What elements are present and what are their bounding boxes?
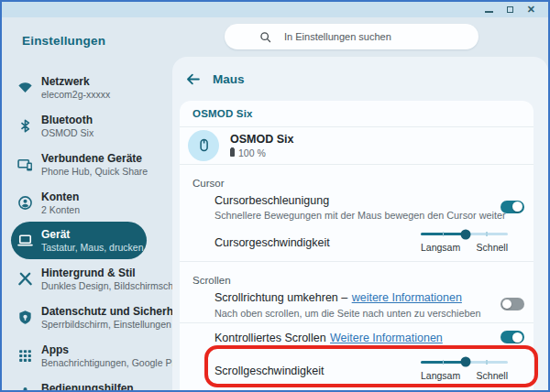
controlled-scrolling-learn-more-link[interactable]: Weitere Informationen — [330, 332, 443, 344]
cursor-speed-label: Cursorgeschwindigkeit — [214, 236, 412, 249]
sidebar-item-apps[interactable]: Apps Benachrichtigungen, Google Play — [2, 336, 147, 375]
sidebar-item-hintergrund-stil[interactable]: Hintergrund & Stil Dunkles Design, Bilds… — [2, 259, 147, 298]
cursor-acceleration-toggle[interactable] — [500, 201, 524, 213]
toggle-knob — [512, 332, 522, 343]
controlled-scrolling-toggle[interactable] — [500, 331, 524, 343]
close-icon[interactable]: ✕ — [527, 6, 535, 13]
account-icon — [17, 195, 33, 211]
sidebar-item-sublabel: elecom2g-xxxxx — [41, 89, 110, 100]
laptop-icon — [17, 233, 33, 248]
battery-level: 100 % — [238, 147, 266, 158]
sidebar-item-netzwerk[interactable]: Netzwerk elecom2g-xxxxx — [2, 68, 147, 106]
cursor-acceleration-title: Cursorbeschleunigung — [214, 194, 491, 207]
devices-icon — [17, 157, 33, 172]
sidebar-item-verbundene-geraete[interactable]: Verbundene Geräte Phone Hub, Quick Share — [2, 145, 147, 183]
slider-max-label: Schnell — [477, 242, 508, 253]
battery-icon — [230, 148, 235, 157]
sidebar-item-label: Gerät — [41, 228, 143, 241]
page-title: Maus — [213, 72, 245, 86]
accessibility-icon — [17, 387, 33, 392]
reverse-scrolling-learn-more-link[interactable]: weitere Informationen — [352, 291, 462, 304]
reverse-scrolling-row: Scrollrichtung umkehren – weitere Inform… — [180, 286, 534, 322]
toggle-knob — [512, 201, 522, 212]
sidebar-item-label: Netzwerk — [41, 75, 110, 88]
settings-card: OSMOD Six OSMOD Six 100 % Cursor — [180, 101, 534, 390]
sidebar-nav: Netzwerk elecom2g-xxxxx Bluetooth OSMOD … — [2, 68, 172, 392]
search-input[interactable] — [284, 31, 449, 42]
slider-min-label: Langsam — [421, 242, 460, 253]
cursor-acceleration-row: Cursorbeschleunigung Schnellere Bewegung… — [180, 189, 534, 225]
controlled-scrolling-title: Kontrolliertes Scrollen — [214, 332, 326, 344]
sidebar-item-label: Bluetooth — [41, 114, 94, 126]
scroll-speed-row: Scrollgeschwindigkeit Langsam Schnell — [180, 351, 534, 390]
shield-icon — [17, 310, 33, 325]
sidebar-item-geraet[interactable]: Gerät Tastatur, Maus, drucken — [11, 222, 147, 259]
apps-icon — [17, 348, 33, 364]
app-title: Einstellungen — [2, 17, 172, 48]
sidebar: Einstellungen Netzwerk elecom2g-xxxxx Bl… — [2, 17, 172, 390]
sidebar-item-sublabel: Dunkles Design, Bildschirmscho... — [41, 280, 147, 291]
cursor-section-label: Cursor — [180, 165, 534, 189]
slider-track[interactable] — [421, 361, 508, 364]
wifi-icon — [17, 80, 33, 95]
settings-search-bar[interactable] — [225, 24, 478, 49]
scroll-section-label: Scrollen — [180, 262, 534, 286]
sidebar-item-label: Apps — [41, 343, 147, 356]
reverse-scrolling-subtitle: Nach oben scrollen, um die Seite nach un… — [214, 308, 491, 319]
controlled-scrolling-row: Kontrolliertes Scrollen Weitere Informat… — [180, 323, 534, 351]
device-section-header: OSMOD Six — [180, 101, 534, 126]
reverse-scrolling-title: Scrollrichtung umkehren – — [214, 291, 347, 304]
toggle-knob — [502, 299, 512, 309]
sidebar-item-label: Datenschutz und Sicherheit — [41, 305, 147, 318]
slider-min-label: Langsam — [421, 370, 460, 381]
device-name: OSMOD Six — [230, 133, 293, 146]
bluetooth-icon — [17, 118, 33, 134]
sidebar-item-label: Konten — [41, 191, 80, 203]
sidebar-item-bluetooth[interactable]: Bluetooth OSMOD Six — [2, 106, 147, 145]
sidebar-item-sublabel: Phone Hub, Quick Share — [41, 166, 147, 177]
page-header: Maus — [172, 57, 548, 87]
slider-max-label: Schnell — [477, 370, 508, 381]
sidebar-item-sublabel: 2 Konten — [41, 204, 80, 215]
avatar — [188, 130, 219, 161]
minimize-icon[interactable] — [485, 11, 493, 13]
cursor-speed-slider[interactable]: Langsam Schnell — [421, 233, 508, 253]
settings-window: ✕ Einstellungen Netzwerk elecom2g-xxxxx … — [0, 0, 550, 392]
sidebar-item-bedienungshilfen[interactable]: Bedienungshilfen Screenreader, Vergrößer… — [2, 375, 147, 392]
sidebar-item-konten[interactable]: Konten 2 Konten — [2, 183, 147, 222]
reverse-scrolling-toggle[interactable] — [500, 298, 524, 310]
main-panel: Maus OSMOD Six OSMOD Six 100 % Cursor — [172, 57, 548, 390]
slider-track[interactable] — [421, 233, 508, 235]
scroll-speed-label: Scrollgeschwindigkeit — [214, 365, 412, 377]
style-icon — [17, 271, 33, 287]
device-row[interactable]: OSMOD Six 100 % — [180, 127, 534, 164]
maximize-icon[interactable] — [507, 6, 513, 13]
slider-thumb[interactable] — [461, 229, 471, 239]
sidebar-item-sublabel: Benachrichtigungen, Google Play — [41, 357, 147, 368]
search-icon — [259, 31, 271, 43]
cursor-speed-row: Cursorgeschwindigkeit Langsam Schnell — [180, 225, 534, 261]
sidebar-item-sublabel: Sperrbildschirm, Einstellungen — [41, 319, 147, 330]
sidebar-item-label: Hintergrund & Stil — [41, 267, 147, 279]
sidebar-item-sublabel: Tastatur, Maus, drucken — [41, 242, 143, 253]
cursor-acceleration-subtitle: Schnellere Bewegungen mit der Maus beweg… — [214, 210, 491, 221]
sidebar-item-label: Verbundene Geräte — [41, 152, 147, 165]
scroll-speed-slider[interactable]: Langsam Schnell — [421, 361, 508, 381]
window-titlebar: ✕ — [2, 2, 548, 17]
sidebar-item-datenschutz[interactable]: Datenschutz und Sicherheit Sperrbildschi… — [2, 298, 147, 336]
sidebar-item-label: Bedienungshilfen — [41, 382, 147, 392]
sidebar-item-sublabel: OSMOD Six — [41, 127, 94, 138]
back-arrow-icon[interactable] — [185, 71, 201, 87]
slider-thumb[interactable] — [461, 357, 471, 367]
